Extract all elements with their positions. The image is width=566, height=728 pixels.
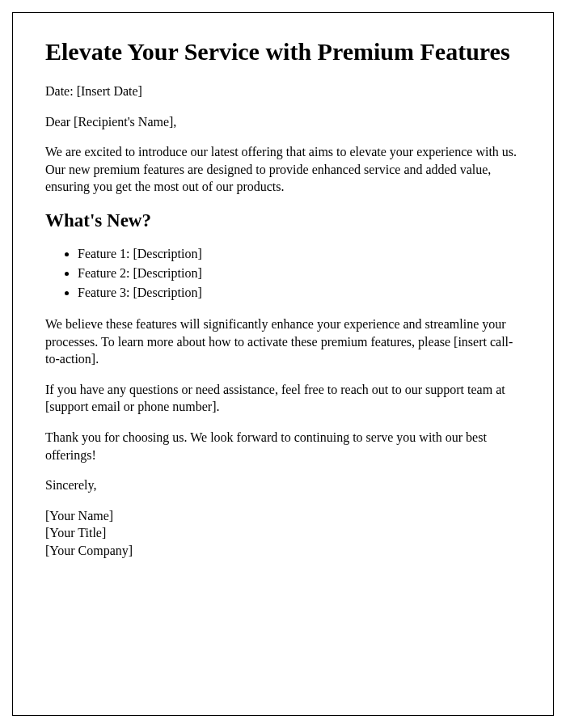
list-item: Feature 3: [Description]: [78, 283, 521, 303]
list-item: Feature 2: [Description]: [78, 264, 521, 283]
intro-paragraph: We are excited to introduce our latest o…: [45, 143, 521, 196]
section-heading: What's New?: [45, 210, 521, 231]
body-paragraph: Thank you for choosing us. We look forwa…: [45, 429, 521, 463]
salutation: Dear [Recipient's Name],: [45, 113, 521, 131]
document-title: Elevate Your Service with Premium Featur…: [45, 37, 521, 66]
document-page: Elevate Your Service with Premium Featur…: [12, 12, 554, 716]
body-paragraph: If you have any questions or need assist…: [45, 381, 521, 416]
body-paragraph: We believe these features will significa…: [45, 315, 521, 368]
signature-company: [Your Company]: [45, 542, 521, 560]
signature-title: [Your Title]: [45, 524, 521, 542]
signature-name: [Your Name]: [45, 507, 521, 525]
closing: Sincerely,: [45, 476, 521, 494]
date-line: Date: [Insert Date]: [45, 83, 521, 100]
feature-list: Feature 1: [Description] Feature 2: [Des…: [78, 244, 521, 303]
signature-block: [Your Name] [Your Title] [Your Company]: [45, 507, 521, 560]
list-item: Feature 1: [Description]: [78, 244, 521, 264]
